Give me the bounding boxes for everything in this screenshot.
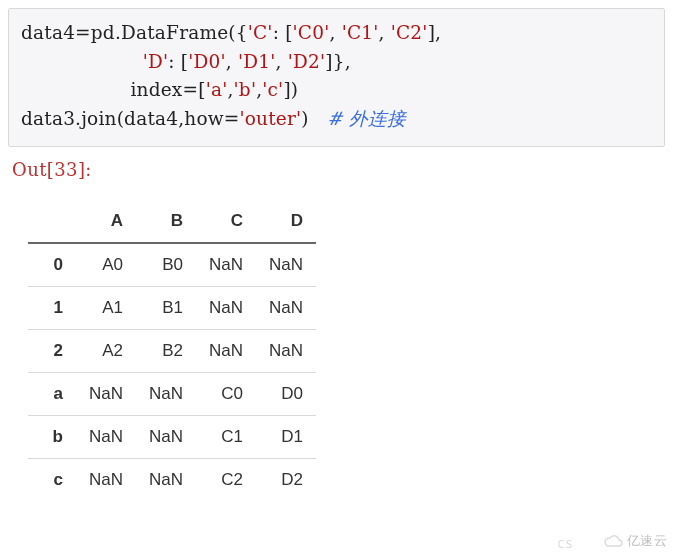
cell: C2	[196, 458, 256, 501]
code-string: 'C0'	[293, 22, 330, 43]
row-index: c	[28, 458, 76, 501]
col-header: C	[196, 200, 256, 243]
cell: NaN	[136, 415, 196, 458]
code-token: index=[	[21, 79, 206, 100]
cell: A0	[76, 243, 136, 287]
cell: A1	[76, 286, 136, 329]
cell: C1	[196, 415, 256, 458]
cell: NaN	[196, 243, 256, 287]
table-row: 2 A2 B2 NaN NaN	[28, 329, 316, 372]
code-token: ,	[329, 22, 341, 43]
code-token: data4=pd.DataFrame({	[21, 22, 248, 43]
cell: B2	[136, 329, 196, 372]
cell: B0	[136, 243, 196, 287]
code-string: 'D'	[143, 51, 169, 72]
cell: C0	[196, 372, 256, 415]
cell: D1	[256, 415, 316, 458]
code-string: 'C1'	[342, 22, 379, 43]
table-row: b NaN NaN C1 D1	[28, 415, 316, 458]
code-token: data3.join(data4,how=	[21, 108, 240, 129]
cell: NaN	[76, 458, 136, 501]
cell: NaN	[256, 329, 316, 372]
table-row: 0 A0 B0 NaN NaN	[28, 243, 316, 287]
code-string: 'D0'	[188, 51, 226, 72]
cell: NaN	[136, 372, 196, 415]
code-token: : [	[273, 22, 293, 43]
code-cell: data4=pd.DataFrame({'C': ['C0', 'C1', 'C…	[8, 8, 665, 147]
cell: NaN	[256, 286, 316, 329]
code-string: 'c'	[262, 79, 283, 100]
code-token: ,	[379, 22, 391, 43]
code-comment: # 外连接	[327, 108, 406, 129]
row-index: 0	[28, 243, 76, 287]
cell: NaN	[196, 329, 256, 372]
cell: NaN	[76, 415, 136, 458]
code-token	[21, 51, 143, 72]
code-string: 'D1'	[238, 51, 276, 72]
code-string: 'C'	[248, 22, 273, 43]
code-token: )	[301, 108, 327, 129]
table-row: 1 A1 B1 NaN NaN	[28, 286, 316, 329]
row-index: b	[28, 415, 76, 458]
table-header-row: A B C D	[28, 200, 316, 243]
code-token: ]},	[325, 51, 350, 72]
output-prompt: Out[33]:	[12, 159, 665, 180]
row-index: 2	[28, 329, 76, 372]
cell: D0	[256, 372, 316, 415]
code-token: ,	[276, 51, 288, 72]
table-row: a NaN NaN C0 D0	[28, 372, 316, 415]
cell: NaN	[256, 243, 316, 287]
code-string: 'C2'	[391, 22, 428, 43]
cell: NaN	[136, 458, 196, 501]
dataframe-table: A B C D 0 A0 B0 NaN NaN 1 A1 B1 NaN NaN	[28, 200, 316, 501]
col-header: D	[256, 200, 316, 243]
cell: A2	[76, 329, 136, 372]
code-token: ])	[283, 79, 298, 100]
cell: NaN	[196, 286, 256, 329]
code-token: : [	[168, 51, 188, 72]
code-string: 'D2'	[288, 51, 326, 72]
code-string: 'outer'	[240, 108, 302, 129]
code-token: ],	[428, 22, 442, 43]
dataframe-output: A B C D 0 A0 B0 NaN NaN 1 A1 B1 NaN NaN	[8, 200, 665, 501]
index-header-blank	[28, 200, 76, 243]
table-row: c NaN NaN C2 D2	[28, 458, 316, 501]
row-index: a	[28, 372, 76, 415]
col-header: A	[76, 200, 136, 243]
code-string: 'b'	[234, 79, 257, 100]
row-index: 1	[28, 286, 76, 329]
code-token: ,	[226, 51, 238, 72]
cell: B1	[136, 286, 196, 329]
code-string: 'a'	[206, 79, 228, 100]
cell: D2	[256, 458, 316, 501]
cell: NaN	[76, 372, 136, 415]
col-header: B	[136, 200, 196, 243]
